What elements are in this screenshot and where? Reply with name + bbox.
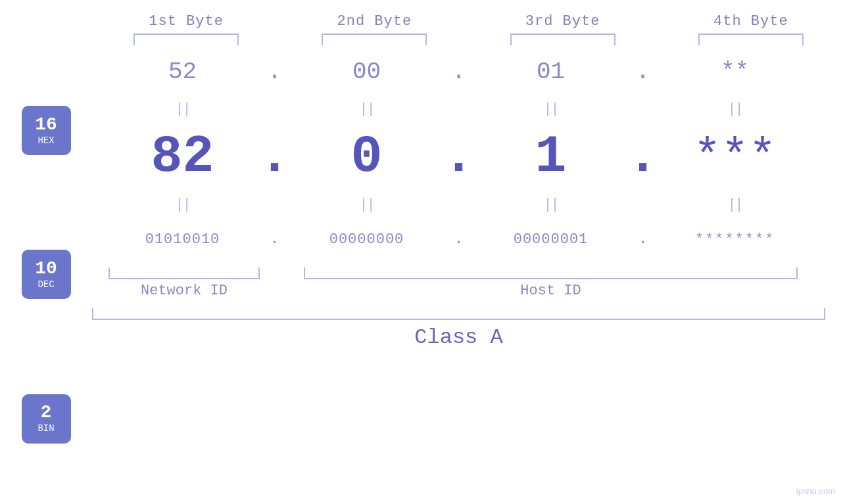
eq2-b1: || <box>175 196 189 213</box>
byte3-header: 3rd Byte <box>469 13 657 30</box>
host-id-bracket <box>304 267 798 279</box>
bin-b2: 00000000 <box>329 231 404 248</box>
eq1-b3: || <box>543 101 558 118</box>
eq1-b4: || <box>727 101 742 118</box>
class-a-bracket <box>92 308 825 320</box>
network-id-bracket-group: Network ID <box>92 267 276 299</box>
top-bracket-4 <box>698 34 804 45</box>
hex-badge-number: 16 <box>35 116 57 134</box>
class-a-label: Class A <box>109 325 809 350</box>
bin-b3: 00000001 <box>514 231 589 248</box>
eq1-b2: || <box>359 101 374 118</box>
hex-row: 52 . 00 . 01 . ** <box>92 45 825 98</box>
host-id-bracket-group: Host ID <box>276 267 825 299</box>
dec-badge: 10 DEC <box>22 250 71 299</box>
bin-row: 01010010 . 00000000 . 00000001 . *******… <box>92 216 825 262</box>
dec-dot-2: . <box>443 131 474 183</box>
bin-badge-label: BIN <box>37 423 54 434</box>
hex-badge: 16 HEX <box>22 106 71 155</box>
dec-dot-1: . <box>258 131 290 183</box>
eq2-b3: || <box>543 196 558 213</box>
dec-b3: 1 <box>535 131 566 183</box>
eq2-b4: || <box>727 196 742 213</box>
host-id-label: Host ID <box>520 283 581 299</box>
byte-headers: 1st Byte 2nd Byte 3rd Byte 4th Byte <box>0 13 845 30</box>
byte1-header: 1st Byte <box>92 13 280 30</box>
bin-b1: 01010010 <box>145 231 220 248</box>
dec-b4: *** <box>693 131 776 183</box>
bin-b4: ******** <box>695 231 775 248</box>
bin-dot-1: . <box>270 231 279 248</box>
dec-badge-label: DEC <box>37 279 54 290</box>
top-bracket-1 <box>133 34 239 45</box>
top-brackets <box>0 34 845 45</box>
class-a-group: Class A <box>92 308 825 350</box>
hex-dot-1: . <box>268 58 282 85</box>
data-rows-wrapper: 52 . 00 . 01 . ** || || || || 82 <box>92 45 845 504</box>
equals-row-1: || || || || <box>92 98 825 121</box>
network-id-label: Network ID <box>141 283 228 299</box>
network-id-bracket <box>109 267 260 279</box>
badges-column: 16 HEX 10 DEC 2 BIN <box>0 45 92 504</box>
byte2-header: 2nd Byte <box>280 13 468 30</box>
watermark: ipshu.com <box>796 486 835 496</box>
bin-dot-2: . <box>454 231 463 248</box>
hex-b3: 01 <box>537 58 565 85</box>
dec-b2: 0 <box>350 131 382 183</box>
dec-b1: 82 <box>151 131 214 183</box>
dec-badge-number: 10 <box>35 260 57 278</box>
top-bracket-3 <box>510 34 616 45</box>
eq1-b1: || <box>175 101 189 118</box>
equals-row-2: || || || || <box>92 193 825 216</box>
top-bracket-2 <box>322 34 427 45</box>
full-layout: 16 HEX 10 DEC 2 BIN 52 . 00 . 01 . ** <box>0 45 845 504</box>
dec-row: 82 . 0 . 1 . *** <box>92 121 825 193</box>
hex-b4: ** <box>721 58 749 85</box>
hex-b2: 00 <box>352 58 381 85</box>
hex-b1: 52 <box>168 58 197 85</box>
hex-dot-2: . <box>452 58 466 85</box>
main-container: 1st Byte 2nd Byte 3rd Byte 4th Byte 16 H… <box>0 0 845 504</box>
byte4-header: 4th Byte <box>657 13 845 30</box>
dec-dot-3: . <box>627 131 658 183</box>
hex-badge-label: HEX <box>37 135 54 146</box>
bin-badge: 2 BIN <box>22 394 71 444</box>
bin-badge-number: 2 <box>41 403 52 422</box>
bottom-bracket-row: Network ID Host ID <box>92 267 825 299</box>
bin-dot-3: . <box>639 231 647 248</box>
hex-dot-3: . <box>636 58 650 85</box>
eq2-b2: || <box>359 196 374 213</box>
